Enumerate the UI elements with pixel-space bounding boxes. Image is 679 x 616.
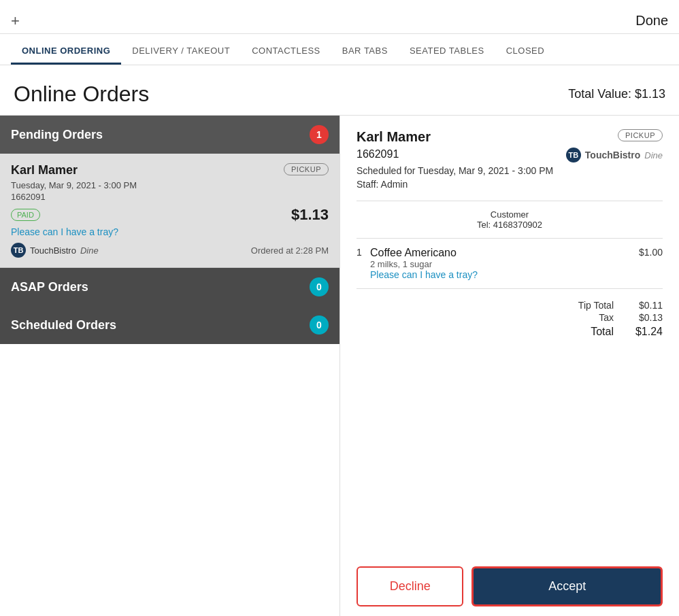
- item-mods: 2 milks, 1 sugar: [370, 259, 639, 269]
- receipt-customer-name: Karl Mamer: [357, 129, 431, 145]
- left-panel: Pending Orders 1 Karl Mamer PICKUP Tuesd…: [0, 116, 340, 616]
- asap-orders-header: ASAP Orders 0: [0, 268, 340, 306]
- order-item: 1 Coffee Americano 2 milks, 1 sugar Plea…: [357, 247, 663, 280]
- receipt-scheduled: Scheduled for Tuesday, Mar 9, 2021 - 3:0…: [357, 165, 663, 176]
- main-content: Pending Orders 1 Karl Mamer PICKUP Tuesd…: [0, 116, 679, 616]
- asap-orders-title: ASAP Orders: [11, 280, 88, 294]
- asap-orders-badge: 0: [310, 277, 329, 296]
- order-note: Please can I have a tray?: [11, 226, 329, 237]
- tab-seated-tables[interactable]: SEATED TABLES: [399, 39, 495, 65]
- tax-value: $0.13: [630, 312, 663, 323]
- paid-badge: PAID: [11, 209, 40, 221]
- ordered-at: Ordered at 2:28 PM: [251, 245, 329, 256]
- scheduled-orders-title: Scheduled Orders: [11, 318, 116, 332]
- order-amount: $1.13: [291, 206, 329, 224]
- total-label: Total: [591, 326, 614, 338]
- tip-value: $0.11: [630, 300, 663, 311]
- accept-button[interactable]: Accept: [471, 566, 663, 606]
- order-customer-name: Karl Mamer: [11, 163, 78, 177]
- pending-orders-title: Pending Orders: [11, 128, 103, 142]
- item-name: Coffee Americano: [370, 247, 639, 259]
- receipt-staff: Staff: Admin: [357, 179, 663, 190]
- receipt-tb-label: TouchBistro: [585, 150, 640, 160]
- tb-icon: TB: [11, 243, 26, 258]
- tab-delivery-takeout[interactable]: DELIVERY / TAKEOUT: [121, 39, 241, 65]
- scheduled-orders-header: Scheduled Orders 0: [0, 306, 340, 344]
- touchbistro-logo: TB TouchBistro Dine: [11, 243, 99, 258]
- tax-row: Tax $0.13: [357, 312, 663, 323]
- receipt-tb-icon: TB: [566, 148, 581, 162]
- app-header: + Done: [0, 0, 679, 34]
- nav-tabs: ONLINE ORDERING DELIVERY / TAKEOUT CONTA…: [0, 34, 679, 65]
- item-note: Please can I have a tray?: [370, 269, 639, 280]
- customer-info: Customer Tel: 4168370902: [357, 209, 663, 230]
- customer-label: Customer: [357, 209, 663, 220]
- item-qty: 1: [357, 247, 370, 280]
- receipt-pickup-badge: PICKUP: [618, 129, 663, 141]
- totals: Tip Total $0.11 Tax $0.13 Total $1.24: [357, 300, 663, 338]
- add-icon[interactable]: +: [11, 12, 20, 30]
- header-left: +: [11, 12, 20, 30]
- tip-row: Tip Total $0.11: [357, 300, 663, 311]
- order-date: Tuesday, Mar 9, 2021 - 3:00 PM: [11, 180, 329, 190]
- total-value: Total Value: $1.13: [568, 87, 665, 101]
- right-panel: Karl Mamer PICKUP 1662091 TB TouchBistro…: [340, 116, 679, 616]
- order-card-bottom: TB TouchBistro Dine Ordered at 2:28 PM: [11, 243, 329, 258]
- order-card[interactable]: Karl Mamer PICKUP Tuesday, Mar 9, 2021 -…: [0, 154, 340, 268]
- tab-online-ordering[interactable]: ONLINE ORDERING: [11, 39, 121, 65]
- receipt-order-id: 1662091: [357, 148, 399, 160]
- receipt-tb-dine: Dine: [644, 150, 663, 160]
- scheduled-orders-badge: 0: [310, 315, 329, 335]
- action-buttons: Decline Accept: [340, 566, 679, 606]
- receipt-divider-1: [357, 201, 663, 201]
- receipt-divider-3: [357, 288, 663, 289]
- receipt-header: Karl Mamer PICKUP: [357, 129, 663, 145]
- order-id: 1662091: [11, 192, 329, 202]
- receipt-divider-2: [357, 238, 663, 239]
- tb-dine: Dine: [80, 245, 99, 256]
- order-card-top: Karl Mamer PICKUP: [11, 163, 329, 177]
- done-button[interactable]: Done: [635, 13, 668, 29]
- tab-bar-tabs[interactable]: BAR TABS: [331, 39, 399, 65]
- tb-label: TouchBistro: [30, 245, 76, 256]
- tab-closed[interactable]: CLOSED: [495, 39, 555, 65]
- customer-tel: Tel: 4168370902: [357, 220, 663, 230]
- decline-button[interactable]: Decline: [357, 566, 463, 606]
- order-pickup-badge: PICKUP: [284, 163, 329, 175]
- total-value: $1.24: [630, 326, 663, 338]
- item-details: Coffee Americano 2 milks, 1 sugar Please…: [370, 247, 639, 280]
- item-price: $1.00: [639, 247, 663, 280]
- page-title: Online Orders: [14, 82, 149, 107]
- pending-orders-badge: 1: [310, 125, 329, 144]
- receipt-tb-logo: TB TouchBistro Dine: [566, 148, 663, 162]
- total-row: Total $1.24: [357, 326, 663, 338]
- tax-label: Tax: [599, 312, 614, 323]
- tab-contactless[interactable]: CONTACTLESS: [241, 39, 331, 65]
- page-header: Online Orders Total Value: $1.13: [0, 65, 679, 116]
- pending-orders-header: Pending Orders 1: [0, 116, 340, 154]
- order-card-mid: PAID $1.13: [11, 206, 329, 224]
- tip-label: Tip Total: [578, 300, 614, 311]
